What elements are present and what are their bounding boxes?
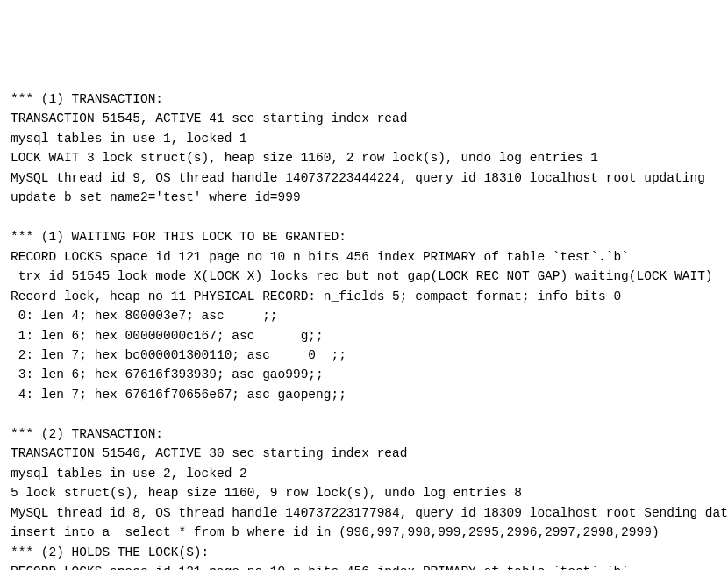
log-line: MySQL thread id 9, OS thread handle 1407… [11, 168, 717, 188]
log-line: 0: len 4; hex 800003e7; asc ;; [11, 306, 717, 325]
log-line: RECORD LOCKS space id 121 page no 10 n b… [11, 562, 717, 570]
log-line: *** (2) TRANSACTION: [11, 424, 717, 444]
log-line: insert into a select * from b where id i… [11, 523, 717, 542]
log-line: MySQL thread id 8, OS thread handle 1407… [11, 503, 717, 523]
log-output: *** (1) TRANSACTION:TRANSACTION 51545, A… [11, 89, 717, 570]
log-line [11, 208, 717, 227]
log-line: Record lock, heap no 11 PHYSICAL RECORD:… [11, 287, 717, 306]
log-line: 1: len 6; hex 00000000c167; asc g;; [11, 326, 717, 346]
log-line: mysql tables in use 2, locked 2 [11, 464, 717, 483]
log-line: 4: len 7; hex 67616f70656e67; asc gaopen… [11, 385, 717, 404]
log-line: TRANSACTION 51546, ACTIVE 30 sec startin… [11, 444, 717, 463]
log-line: 5 lock struct(s), heap size 1160, 9 row … [11, 483, 717, 502]
log-line [11, 404, 717, 424]
log-line: RECORD LOCKS space id 121 page no 10 n b… [11, 247, 717, 267]
log-line: *** (1) TRANSACTION: [11, 89, 717, 109]
log-line: *** (1) WAITING FOR THIS LOCK TO BE GRAN… [11, 227, 717, 246]
log-line: mysql tables in use 1, locked 1 [11, 129, 717, 148]
log-line: trx id 51545 lock_mode X(LOCK_X) locks r… [11, 267, 717, 286]
log-line: update b set name2='test' where id=999 [11, 188, 717, 207]
log-line: 2: len 7; hex bc000001300110; asc 0 ;; [11, 346, 717, 365]
log-line: *** (2) HOLDS THE LOCK(S): [11, 543, 717, 562]
log-line: TRANSACTION 51545, ACTIVE 41 sec startin… [11, 109, 717, 128]
log-line: 3: len 6; hex 67616f393939; asc gao999;; [11, 365, 717, 384]
log-line: LOCK WAIT 3 lock struct(s), heap size 11… [11, 148, 717, 167]
